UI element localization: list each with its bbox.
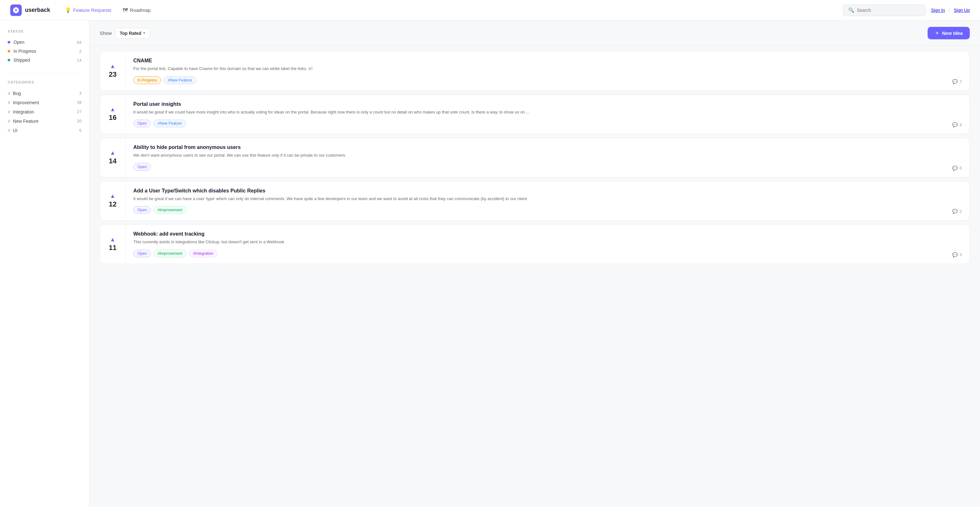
roadmap-icon: 🗺 [123,7,128,13]
tag-feature-portal[interactable]: #New Feature [153,119,186,127]
in-progress-count: 2 [79,49,81,54]
comment-count-user-type: 2 [959,209,962,214]
nav-roadmap[interactable]: 🗺 Roadmap [118,5,155,16]
tag-integration-webhook[interactable]: #Integration [189,250,217,257]
nav: 💡 Feature Requests 🗺 Roadmap [60,5,155,16]
comment-info-webhook: 💬 3 [952,252,962,257]
new-feature-label: New Feature [13,119,38,124]
toolbar: Show Top Rated ▾ ＋ New Idea [89,21,980,46]
feed: ▲ 23 CNAME For the portal link, Capable … [89,46,980,269]
card-webhook: ▲ 11 Webhook: add event tracking This cu… [100,224,970,264]
new-idea-button[interactable]: ＋ New Idea [928,27,970,39]
sign-up-link[interactable]: Sign Up [954,8,970,13]
shipped-count: 14 [77,58,81,63]
integration-count: 27 [77,109,81,114]
logo[interactable]: userback [10,5,50,16]
nav-feature-requests[interactable]: 💡 Feature Requests [60,5,116,16]
card-body-webhook: Webhook: add event tracking This current… [126,225,944,264]
tag-in-progress-cname[interactable]: In Progress [133,76,161,84]
status-open[interactable]: Open 84 [8,38,81,47]
upvote-arrow-cname: ▲ [110,63,116,69]
vote-box-user-type[interactable]: ▲ 12 [100,181,126,221]
open-dot [8,41,10,43]
card-right-cname: 💬 2 [944,51,969,91]
auth-separator: / [949,8,950,13]
tag-feature-cname[interactable]: #New Feature [164,76,196,84]
category-improvement[interactable]: # Improvement 39 [8,98,81,107]
status-in-progress[interactable]: In Progress 2 [8,47,81,56]
nav-roadmap-label: Roadmap [130,7,151,13]
integration-hash: # [8,109,10,114]
tag-open-portal[interactable]: Open [133,119,151,127]
categories-section: CATEGORIES # Bug 3 # Improvement 39 [0,80,89,143]
bug-hash: # [8,91,10,96]
category-ui[interactable]: # UI 6 [8,126,81,135]
comment-count-portal: 4 [959,122,962,127]
tag-improvement-webhook[interactable]: #Improvement [153,250,186,257]
category-bug[interactable]: # Bug 3 [8,89,81,98]
card-tags-portal: Open #New Feature [133,119,936,127]
in-progress-dot [8,50,10,52]
main-content: Show Top Rated ▾ ＋ New Idea ▲ 23 CNAM [89,21,980,507]
chevron-down-icon: ▾ [143,31,145,35]
ui-label: UI [13,128,17,133]
upvote-arrow-portal: ▲ [110,106,116,112]
status-label: STATUS: [8,29,81,33]
vote-box-portal[interactable]: ▲ 16 [100,95,126,134]
logo-text: userback [25,7,50,13]
tag-open-user-type[interactable]: Open [133,206,151,214]
in-progress-label: In Progress [13,49,37,54]
comment-icon-hide: 💬 [952,165,958,171]
vote-box-hide[interactable]: ▲ 14 [100,138,126,177]
card-right-webhook: 💬 3 [944,225,969,264]
comment-icon-webhook: 💬 [952,252,958,257]
card-right-hide: 💬 6 [944,138,969,177]
improvement-label: Improvement [13,100,39,105]
tag-open-hide[interactable]: Open [133,163,151,171]
card-title-cname: CNAME [133,58,936,64]
comment-icon-portal: 💬 [952,122,958,127]
filter-button[interactable]: Top Rated ▾ [115,28,150,39]
vote-count-user-type: 12 [109,200,116,208]
show-label: Show [100,30,112,36]
layout: STATUS: Open 84 In Progress 2 [0,21,980,507]
categories-label: CATEGORIES [8,80,81,84]
header: userback 💡 Feature Requests 🗺 Roadmap 🔍 … [0,0,980,21]
card-body-hide: Ability to hide portal from anonymous us… [126,138,944,177]
vote-box-cname[interactable]: ▲ 23 [100,51,126,91]
comment-count-cname: 2 [959,79,962,84]
comment-info-cname: 💬 2 [952,79,962,84]
sidebar: STATUS: Open 84 In Progress 2 [0,21,89,507]
card-desc-user-type: It would be great if we can have a user … [133,195,936,202]
sidebar-divider [8,73,81,74]
nav-feature-requests-label: Feature Requests [73,7,111,13]
card-body-portal: Portal user insights It would be great i… [126,95,944,134]
upvote-arrow-webhook: ▲ [110,237,116,242]
shipped-label: Shipped [13,57,30,63]
card-desc-hide: We don't want anonymous users to see our… [133,152,936,159]
vote-count-cname: 23 [109,70,116,79]
vote-count-hide: 14 [109,157,116,165]
vote-box-webhook[interactable]: ▲ 11 [100,225,126,264]
card-right-user-type: 💬 2 [944,181,969,221]
status-shipped[interactable]: Shipped 14 [8,56,81,65]
card-tags-user-type: Open #Improvement [133,206,936,214]
open-label: Open [13,40,24,45]
status-list: Open 84 In Progress 2 Shipped [8,38,81,65]
card-title-hide: Ability to hide portal from anonymous us… [133,145,936,150]
plus-icon: ＋ [935,30,939,36]
search-input[interactable] [857,8,921,13]
bug-count: 3 [79,91,81,95]
category-list: # Bug 3 # Improvement 39 # Integration [8,89,81,135]
open-count: 84 [77,40,81,45]
integration-label: Integration [13,109,34,114]
tag-open-webhook[interactable]: Open [133,250,151,257]
sign-in-link[interactable]: Sign In [931,8,945,13]
card-portal-insights: ▲ 16 Portal user insights It would be gr… [100,95,970,134]
card-hide-portal: ▲ 14 Ability to hide portal from anonymo… [100,138,970,177]
tag-improvement-user-type[interactable]: #Improvement [153,206,186,214]
shipped-dot [8,59,10,61]
category-new-feature[interactable]: # New Feature 20 [8,116,81,126]
bug-label: Bug [13,91,21,96]
category-integration[interactable]: # Integration 27 [8,107,81,116]
